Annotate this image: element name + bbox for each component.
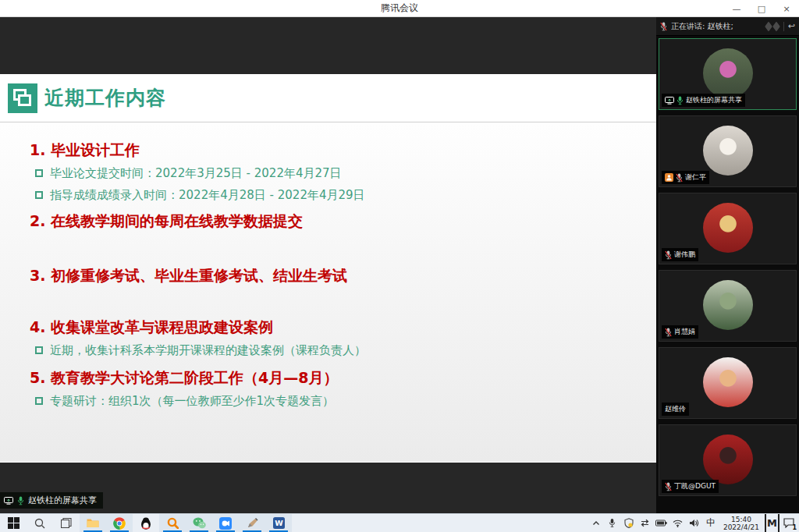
- microphone-icon[interactable]: [605, 514, 620, 532]
- orange-search-taskbar-icon[interactable]: [159, 514, 186, 532]
- mic-muted-icon: [665, 250, 672, 260]
- mic-muted-icon: [665, 482, 672, 491]
- screen-share-pill[interactable]: 赵铁柱的屏幕共享: [0, 492, 103, 509]
- mic-muted-icon: [660, 22, 667, 31]
- avatar: [703, 280, 753, 330]
- meeting-logo-icon: [765, 23, 779, 30]
- search-taskbar-icon[interactable]: [27, 514, 53, 532]
- ime-indicator[interactable]: 中: [704, 514, 718, 532]
- bullet-row: 指导成绩成绩录入时间：2022年4月28日 - 2022年4月29日: [30, 184, 641, 206]
- presentation-slide: 近期工作内容 1. 毕业设计工作毕业论文提交时间：2022年3月25日 - 20…: [0, 74, 656, 463]
- participant-name: 赵维伶: [665, 404, 686, 414]
- chevron-up-icon[interactable]: [589, 514, 603, 532]
- participant-name-label: 谢伟鹏: [662, 248, 698, 261]
- screen-share-icon: [665, 97, 674, 105]
- sync-arrows-icon[interactable]: [638, 514, 652, 532]
- avatar: [703, 203, 753, 253]
- item-heading: 3. 初修重修考试、毕业生重修考试、结业生考试: [30, 265, 641, 286]
- participant-name: 谢伟鹏: [674, 250, 695, 260]
- square-bullet-icon: [35, 169, 43, 177]
- m-logo-icon[interactable]: M: [765, 514, 779, 532]
- volume-icon[interactable]: [687, 514, 701, 532]
- word-taskbar-icon[interactable]: W: [265, 514, 292, 532]
- bullet-text: 近期，收集计科系本学期开课课程的建设案例（课程负责人）: [50, 339, 366, 361]
- slide-logo-icon: [8, 83, 37, 113]
- separator: [783, 22, 784, 31]
- svg-text:W: W: [275, 519, 283, 527]
- file-explorer-taskbar-icon[interactable]: [80, 514, 106, 532]
- mic-muted-icon: [665, 328, 672, 337]
- participant-tile[interactable]: 赵维伶: [659, 347, 797, 419]
- participant-name-label: 赵铁柱的屏幕共享: [662, 94, 745, 107]
- participant-name: 肖慧娟: [674, 327, 695, 337]
- slide-items: 1. 毕业设计工作毕业论文提交时间：2022年3月25日 - 2022年4月27…: [30, 140, 641, 412]
- notification-badge: 1: [792, 524, 797, 531]
- wechat-taskbar-icon[interactable]: [186, 514, 212, 532]
- minimize-button[interactable]: —: [724, 0, 749, 17]
- participant-tile[interactable]: 谢仁平: [659, 115, 797, 187]
- avatar: [703, 48, 753, 98]
- avatar: [703, 434, 753, 484]
- meeting-main-area: 近期工作内容 1. 毕业设计工作毕业论文提交时间：2022年3月25日 - 20…: [0, 17, 799, 513]
- participant-name-label: 丁凯@DGUT: [662, 480, 719, 493]
- window-titlebar: 腾讯会议 — □ ×: [0, 0, 799, 17]
- battery-icon[interactable]: [655, 514, 669, 532]
- slide-body: 1. 毕业设计工作毕业论文提交时间：2022年3月25日 - 2022年4月27…: [0, 122, 656, 462]
- slide-header: 近期工作内容: [0, 74, 656, 122]
- participant-tiles: 赵铁柱的屏幕共享谢仁平谢伟鹏肖慧娟赵维伶丁凯@DGUT: [656, 36, 799, 504]
- slide-title: 近期工作内容: [44, 85, 166, 111]
- bullet-row: 专题研讨：组织1次（每一位教师至少作1次专题发言）: [30, 390, 641, 412]
- close-button[interactable]: ×: [774, 0, 799, 17]
- slide-item: 5. 教育教学大讨论第二阶段工作（4月—8月）专题研讨：组织1次（每一位教师至少…: [30, 367, 641, 412]
- square-bullet-icon: [35, 346, 43, 354]
- participant-tile[interactable]: 谢伟鹏: [659, 193, 797, 264]
- participant-tile[interactable]: 丁凯@DGUT: [659, 424, 797, 496]
- participant-name-label: 肖慧娟: [662, 325, 698, 339]
- participant-name: 丁凯@DGUT: [674, 481, 716, 491]
- participant-name-label: 谢仁平: [662, 171, 709, 184]
- pen-tool-taskbar-icon[interactable]: [239, 514, 265, 532]
- item-heading: 5. 教育教学大讨论第二阶段工作（4月—8月）: [30, 367, 641, 388]
- window-title: 腾讯会议: [0, 2, 799, 15]
- start-taskbar-icon[interactable]: [0, 514, 27, 532]
- speaking-label: 正在讲话: 赵铁柱;: [671, 21, 762, 32]
- collapse-sidebar-icon[interactable]: ↩: [788, 21, 795, 31]
- task-view-taskbar-icon[interactable]: [53, 514, 80, 532]
- bullet-text: 毕业论文提交时间：2022年3月25日 - 2022年4月27日: [50, 162, 342, 184]
- item-heading: 4. 收集课堂改革与课程思政建设案例: [30, 317, 641, 337]
- screen-share-icon: [4, 497, 13, 505]
- restore-button[interactable]: □: [749, 0, 774, 17]
- taskbar-clock[interactable]: 15:40 2022/4/21: [720, 514, 762, 532]
- clock-time: 15:40: [731, 516, 751, 523]
- bullet-row: 近期，收集计科系本学期开课课程的建设案例（课程负责人）: [30, 339, 641, 361]
- tencent-meeting-window: 腾讯会议 — □ × 近期工作内容 1. 毕业设计工作毕业论文提交时间：2022…: [0, 0, 799, 532]
- window-controls: — □ ×: [724, 0, 799, 17]
- mic-on-icon: [676, 96, 684, 105]
- action-center-icon[interactable]: 1: [782, 514, 796, 532]
- share-pill-label: 赵铁柱的屏幕共享: [28, 495, 97, 506]
- tencent-meeting-taskbar-icon[interactable]: [212, 514, 239, 532]
- participant-name-label: 赵维伶: [662, 403, 689, 416]
- screen-share-stage: 近期工作内容 1. 毕业设计工作毕业论文提交时间：2022年3月25日 - 20…: [0, 17, 656, 513]
- chrome-taskbar-icon[interactable]: [106, 514, 133, 532]
- security-shield-icon[interactable]: [622, 514, 636, 532]
- participants-sidebar: 正在讲话: 赵铁柱; ↩ 赵铁柱的屏幕共享谢仁平谢伟鹏肖慧娟赵维伶丁凯@DGUT: [656, 17, 799, 513]
- system-tray: 中 15:40 2022/4/21 M 1: [589, 514, 799, 532]
- person-icon: [665, 173, 673, 182]
- mic-muted-icon: [676, 173, 683, 183]
- bullet-row: 毕业论文提交时间：2022年3月25日 - 2022年4月27日: [30, 162, 641, 184]
- item-heading: 2. 在线教学期间的每周在线教学数据提交: [30, 211, 641, 231]
- qq-taskbar-icon[interactable]: [133, 514, 159, 532]
- windows-taskbar: W 中 15:40 2022/4/21 M 1: [0, 513, 799, 532]
- speaking-status-bar: 正在讲话: 赵铁柱; ↩: [656, 17, 799, 36]
- avatar: [703, 126, 753, 176]
- slide-item: 2. 在线教学期间的每周在线教学数据提交: [30, 211, 641, 231]
- avatar: [703, 357, 753, 407]
- wifi-icon[interactable]: [671, 514, 685, 532]
- bullet-text: 指导成绩成绩录入时间：2022年4月28日 - 2022年4月29日: [50, 184, 365, 206]
- bullet-text: 专题研讨：组织1次（每一位教师至少作1次专题发言）: [50, 390, 334, 412]
- participant-tile[interactable]: 赵铁柱的屏幕共享: [659, 38, 797, 110]
- participant-name: 赵铁柱的屏幕共享: [686, 95, 742, 105]
- participant-tile[interactable]: 肖慧娟: [659, 270, 797, 342]
- taskbar-spacer: [292, 514, 589, 532]
